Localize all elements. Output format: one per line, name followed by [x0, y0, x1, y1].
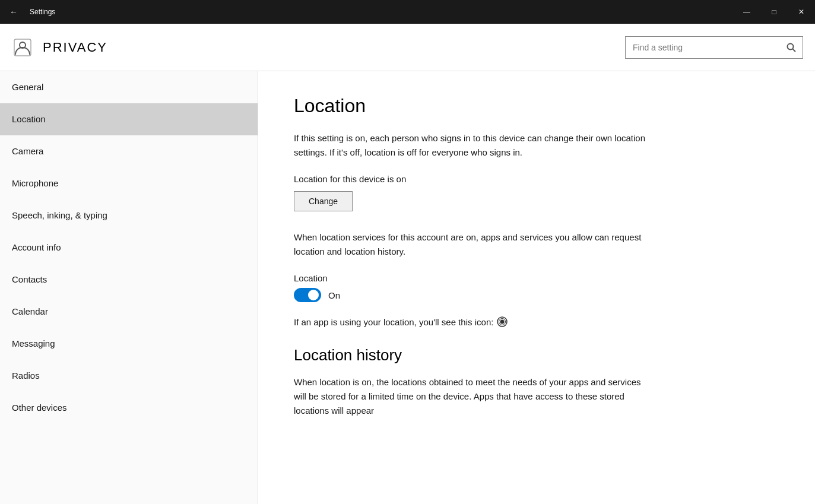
sidebar-item-microphone[interactable]: Microphone: [0, 167, 258, 199]
icon-note: If an app is using your location, you'll…: [294, 316, 779, 327]
icon-note-text: If an app is using your location, you'll…: [294, 317, 493, 327]
sidebar-item-radios[interactable]: Radios: [0, 360, 258, 392]
history-title: Location history: [294, 346, 779, 364]
close-button[interactable]: ✕: [788, 0, 815, 24]
privacy-icon: [12, 37, 33, 58]
header-left: PRIVACY: [12, 37, 107, 58]
sidebar-item-other-devices[interactable]: Other devices: [0, 392, 258, 424]
header: PRIVACY: [0, 24, 815, 71]
change-button[interactable]: Change: [294, 191, 353, 211]
history-description: When location is on, the locations obtai…: [294, 375, 650, 418]
content-title: Location: [294, 95, 779, 117]
sidebar: GeneralLocationCameraMicrophoneSpeech, i…: [0, 71, 258, 504]
sidebar-item-contacts[interactable]: Contacts: [0, 264, 258, 296]
main: GeneralLocationCameraMicrophoneSpeech, i…: [0, 71, 815, 504]
sidebar-item-messaging[interactable]: Messaging: [0, 328, 258, 360]
minimize-button[interactable]: —: [733, 0, 760, 24]
location-indicator-icon: [497, 316, 508, 327]
sidebar-item-speech[interactable]: Speech, inking, & typing: [0, 199, 258, 232]
toggle-knob: [308, 290, 319, 300]
back-button[interactable]: ←: [5, 5, 23, 19]
toggle-status-label: On: [328, 290, 340, 300]
sidebar-item-calendar[interactable]: Calendar: [0, 296, 258, 328]
search-input[interactable]: [626, 43, 780, 52]
titlebar-left: ← Settings: [5, 5, 55, 19]
maximize-button[interactable]: □: [760, 0, 788, 24]
sidebar-item-account-info[interactable]: Account info: [0, 232, 258, 264]
location-toggle-label: Location: [294, 273, 779, 283]
content-area: Location If this setting is on, each per…: [258, 71, 815, 504]
search-box: [625, 36, 803, 59]
svg-line-3: [793, 49, 796, 52]
sidebar-item-camera[interactable]: Camera: [0, 135, 258, 167]
svg-point-2: [788, 43, 794, 49]
svg-point-5: [500, 320, 505, 324]
titlebar-title: Settings: [30, 8, 55, 16]
titlebar: ← Settings — □ ✕: [0, 0, 815, 24]
search-button[interactable]: [780, 37, 803, 58]
content-description: If this setting is on, each person who s…: [294, 131, 650, 160]
location-toggle[interactable]: [294, 288, 321, 302]
titlebar-controls: — □ ✕: [733, 0, 815, 24]
sidebar-item-location[interactable]: Location: [0, 103, 258, 135]
device-status-text: Location for this device is on: [294, 174, 779, 184]
toggle-row: On: [294, 288, 779, 302]
page-title: PRIVACY: [43, 40, 107, 55]
sidebar-item-general[interactable]: General: [0, 71, 258, 103]
when-on-description: When location services for this account …: [294, 230, 650, 259]
